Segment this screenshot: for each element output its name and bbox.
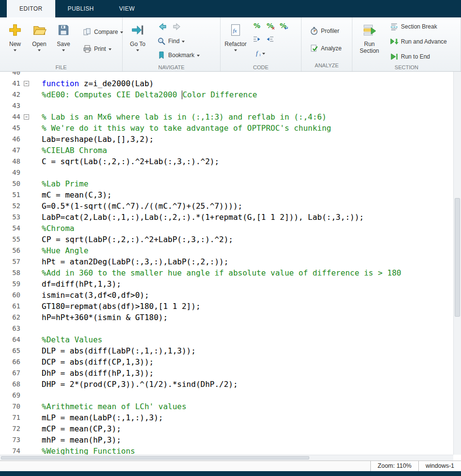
vertical-scrollbar[interactable] — [453, 72, 461, 455]
code-line[interactable]: 72mCP = mean(CP,3); — [0, 423, 453, 434]
refactor-button[interactable]: fx Refactor — [223, 19, 248, 63]
code-text[interactable]: %Delta Values — [33, 334, 102, 345]
code-line[interactable]: 46Lab=reshape(Lab,[],3,2); — [0, 134, 453, 145]
open-button[interactable]: Open — [27, 19, 51, 63]
code-line[interactable]: 47%CIELAB Chroma — [0, 145, 453, 156]
code-line[interactable]: 55CP = sqrt(LabP(:,2,:).^2+LabP(:,3,:).^… — [0, 234, 453, 245]
code-text[interactable]: hP=hPt+360*(ismin & GT180); — [33, 312, 168, 323]
code-line[interactable]: 54%Chroma — [0, 223, 453, 234]
code-text[interactable]: %Arithmetic mean of LCh' values — [33, 401, 187, 412]
code-line[interactable]: 64%Delta Values — [0, 334, 453, 345]
code-line[interactable]: 58%Add in 360 to the smaller hue angle i… — [0, 267, 453, 278]
code-text[interactable]: Lab=reshape(Lab,[],3,2); — [33, 134, 154, 145]
code-line[interactable]: 56%Hue Angle — [0, 245, 453, 256]
code-line[interactable]: 74%Weighting Functions — [0, 445, 453, 455]
code-line[interactable]: 66DCP = abs(diff(CP,1,3)); — [0, 356, 453, 368]
analyze-button[interactable]: Analyze — [307, 43, 344, 54]
code-line[interactable]: 51mC = mean(C,3); — [0, 189, 453, 200]
code-editor[interactable]: 4041−function z=i_de2000(Lab)42%dE00: Co… — [0, 72, 461, 455]
code-text[interactable]: %Hue Angle — [33, 245, 88, 256]
code-text[interactable] — [33, 390, 42, 401]
run-to-end-button[interactable]: Run to End — [387, 51, 449, 62]
navigate-forward-button[interactable] — [171, 22, 183, 31]
code-line[interactable]: 52G=0.5*(1-sqrt((mC.^7)./((mC.^7)+(25.^7… — [0, 200, 453, 212]
run-section-button[interactable]: Run Section — [355, 19, 383, 63]
code-text[interactable]: df=diff(hPt,1,3); — [33, 278, 121, 290]
navigate-back-button[interactable] — [157, 22, 168, 31]
code-text[interactable]: %Add in 360 to the smaller hue angle if … — [33, 267, 401, 278]
code-line[interactable]: 69 — [0, 390, 453, 401]
code-text[interactable]: %Chroma — [33, 223, 74, 234]
code-text[interactable] — [33, 100, 42, 111]
zoom-level[interactable]: Zoom: 110% — [370, 461, 418, 471]
code-text[interactable]: DCP = abs(diff(CP,1,3)); — [33, 356, 154, 368]
save-button[interactable]: Save — [51, 19, 76, 63]
tab-view[interactable]: VIEW — [107, 0, 147, 17]
code-line[interactable]: 73mhP = mean(hP,3); — [0, 434, 453, 445]
code-text[interactable]: DhP = abs(diff(hP,1,3)); — [33, 368, 154, 379]
wrap-comments-button[interactable]: %↵ — [278, 20, 288, 31]
code-text[interactable]: function z=i_de2000(Lab) — [33, 78, 154, 89]
indent-right-button[interactable] — [252, 34, 262, 45]
find-button[interactable]: Find — [155, 36, 202, 46]
code-line[interactable]: 45% We're do it this way to take advanta… — [0, 123, 453, 134]
encoding-indicator[interactable]: windows-1 — [418, 461, 461, 471]
code-line[interactable]: 53LabP=cat(2,Lab(:,1,:),Lab(:,2,:).*(1+r… — [0, 212, 453, 223]
code-line[interactable]: 59df=diff(hPt,1,3); — [0, 278, 453, 290]
run-and-advance-button[interactable]: Run and Advance — [387, 36, 449, 47]
code-line[interactable]: 67DhP = abs(diff(hP,1,3)); — [0, 368, 453, 379]
fold-collapse-icon[interactable]: − — [24, 114, 29, 120]
code-line[interactable]: 50%Lab Prime — [0, 178, 453, 189]
profiler-button[interactable]: Profiler — [307, 26, 344, 36]
code-text[interactable]: mhP = mean(hP,3); — [33, 434, 121, 445]
section-break-button[interactable]: Section Break — [387, 21, 449, 32]
code-line[interactable]: 42%dE00: Computes CIE Delta2000 Color Di… — [0, 89, 453, 100]
code-text[interactable]: mCP = mean(CP,3); — [33, 423, 121, 434]
code-text[interactable]: mLP = mean(LabP(:,1,:),3); — [33, 412, 163, 423]
code-text[interactable]: hPt = atan2Deg(LabP(:,3,:),LabP(:,2,:)); — [33, 256, 228, 267]
code-line[interactable]: 49 — [0, 167, 453, 178]
code-line[interactable]: 68DHP = 2*(prod(CP,3)).^(1/2).*sind(DhP.… — [0, 379, 453, 390]
code-line[interactable]: 57hPt = atan2Deg(LabP(:,3,:),LabP(:,2,:)… — [0, 256, 453, 267]
code-line[interactable]: 60ismin=cat(3,df<0,df>0); — [0, 290, 453, 301]
code-text[interactable] — [33, 72, 42, 78]
code-text[interactable]: LabP=cat(2,Lab(:,1,:),Lab(:,2,:).*(1+rep… — [33, 212, 364, 223]
code-line[interactable]: 71mLP = mean(LabP(:,1,:),3); — [0, 412, 453, 423]
code-text[interactable]: C = sqrt(Lab(:,2,:).^2+Lab(:,3,:).^2); — [33, 156, 219, 167]
code-text[interactable]: %Lab Prime — [33, 178, 88, 189]
comment-button[interactable]: % — [252, 20, 262, 31]
code-text[interactable]: mC = mean(C,3); — [33, 189, 112, 200]
compare-button[interactable]: Compare — [80, 27, 126, 37]
code-text[interactable]: G=0.5*(1-sqrt((mC.^7)./((mC.^7)+(25.^7))… — [33, 200, 242, 212]
indent-left-button[interactable] — [265, 34, 275, 45]
code-text[interactable]: %dE00: Computes CIE Delta2000 Color Diff… — [33, 89, 257, 100]
vertical-scrollbar-thumb[interactable] — [455, 198, 460, 317]
code-line[interactable]: 61GT180=repmat(abs(df)>180,[1 1 2]); — [0, 301, 453, 312]
tab-publish[interactable]: PUBLISH — [55, 0, 107, 17]
fold-collapse-icon[interactable]: − — [24, 81, 29, 86]
code-line[interactable]: 40 — [0, 72, 453, 78]
code-line[interactable]: 48C = sqrt(Lab(:,2,:).^2+Lab(:,3,:).^2); — [0, 156, 453, 167]
insert-function-button[interactable]: fi — [252, 47, 268, 58]
code-text[interactable]: DHP = 2*(prod(CP,3)).^(1/2).*sind(DhP./2… — [33, 379, 238, 390]
tab-editor[interactable]: EDITOR — [7, 0, 55, 17]
code-text[interactable]: ismin=cat(3,df<0,df>0); — [33, 290, 149, 301]
code-text[interactable]: GT180=repmat(abs(df)>180,[1 1 2]); — [33, 301, 201, 312]
code-line[interactable]: 70%Arithmetic mean of LCh' values — [0, 401, 453, 412]
code-text[interactable]: % We're do it this way to take advantage… — [33, 123, 331, 134]
code-text[interactable]: % Lab is an Mx6 where lab is in (:,1:3) … — [33, 111, 327, 123]
goto-button[interactable]: Go To — [126, 19, 150, 63]
code-line[interactable]: 43 — [0, 100, 453, 111]
code-text[interactable]: DLP = abs(diff(LabP(:,1,:),1,3)); — [33, 345, 196, 356]
new-button[interactable]: New — [3, 19, 27, 63]
horizontal-scrollbar[interactable] — [0, 455, 453, 461]
horizontal-scrollbar-thumb[interactable] — [1, 456, 309, 460]
code-text[interactable]: CP = sqrt(LabP(:,2,:).^2+LabP(:,3,:).^2)… — [33, 234, 233, 245]
code-line[interactable]: 62hP=hPt+360*(ismin & GT180); — [0, 312, 453, 323]
print-button[interactable]: Print — [80, 44, 126, 54]
code-line[interactable]: 44−% Lab is an Mx6 where lab is in (:,1:… — [0, 111, 453, 123]
bookmark-button[interactable]: Bookmark — [155, 50, 202, 61]
code-line[interactable]: 65DLP = abs(diff(LabP(:,1,:),1,3)); — [0, 345, 453, 356]
uncomment-button[interactable]: %× — [265, 20, 275, 31]
code-text[interactable]: %CIELAB Chroma — [33, 145, 107, 156]
